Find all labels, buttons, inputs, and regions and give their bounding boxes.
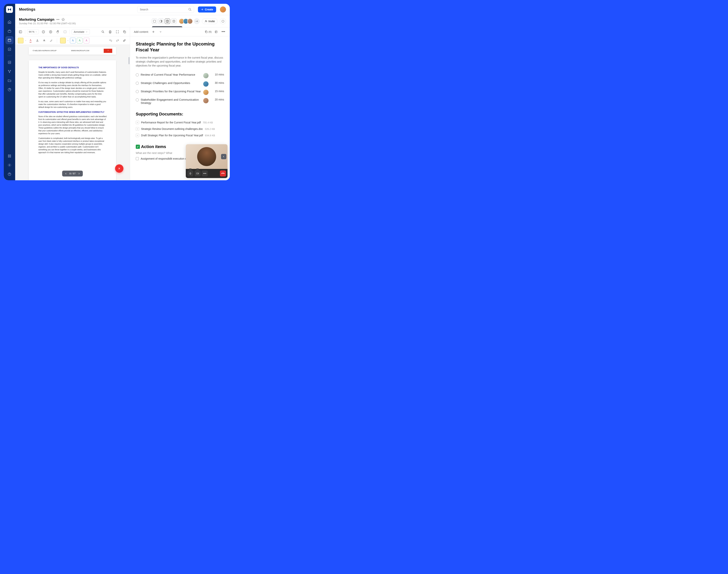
agenda-item[interactable]: Strategic Challenges and Opportunities 3… (136, 80, 224, 88)
annotate-label: Annotate (74, 30, 84, 33)
agenda-item[interactable]: Review of Current Fiscal Year Performanc… (136, 72, 224, 80)
select-area-icon[interactable] (63, 29, 68, 35)
supporting-doc-item[interactable]: ≡ Strategic Review Document outlining ch… (136, 126, 224, 132)
redo-button[interactable] (115, 38, 120, 43)
chevron-left-icon (223, 156, 225, 158)
fill-yellow-button[interactable] (60, 38, 66, 43)
supporting-doc-item[interactable]: ≡ Draft Strategic Plan for the Upcoming … (136, 132, 224, 138)
nav-settings-icon[interactable] (6, 161, 13, 169)
svg-rect-32 (124, 31, 126, 33)
layout-split[interactable] (165, 18, 170, 24)
nav-pie-icon[interactable] (6, 86, 13, 93)
attachments-count-button[interactable]: (6) (205, 29, 211, 35)
prev-page-icon[interactable] (65, 172, 67, 175)
radio-icon[interactable] (136, 82, 139, 85)
video-feed[interactable] (186, 144, 228, 169)
avatar[interactable] (187, 18, 193, 24)
app-logo[interactable] (6, 6, 13, 13)
nav-folder-icon[interactable] (6, 77, 13, 84)
highlight-yellow-button[interactable] (18, 38, 24, 43)
presenter-avatar[interactable] (203, 90, 208, 95)
doc-site: WWW.NNGROUP.COM (71, 49, 89, 52)
hl-pink-button[interactable]: A (84, 38, 89, 43)
zoom-select[interactable]: 94 % (27, 29, 39, 34)
participant-avatars[interactable] (179, 18, 193, 24)
nav-apps-icon[interactable] (6, 152, 13, 160)
close-document-button[interactable] (115, 164, 123, 173)
radio-icon[interactable] (136, 90, 139, 93)
eraser-button[interactable] (122, 38, 127, 43)
nav-calendar-icon[interactable] (6, 36, 13, 44)
template-icon[interactable] (213, 29, 219, 35)
agenda-item[interactable]: Strategic Priorities for the Upcoming Fi… (136, 88, 224, 96)
checkbox-icon[interactable] (136, 157, 139, 160)
undo-button[interactable] (108, 38, 114, 43)
mic-button[interactable] (187, 170, 193, 176)
action-items-label: Action items (141, 144, 166, 149)
nav-checklist-icon[interactable] (6, 45, 13, 53)
zoom-in-button[interactable] (48, 29, 53, 35)
doc-page: THE IMPORTANCE OF GOOD DEFAULTS Despite … (29, 60, 116, 180)
chevron-down-icon[interactable] (67, 40, 69, 42)
presenter-avatar[interactable] (203, 73, 208, 78)
layout-three[interactable] (171, 18, 176, 24)
text-color-button[interactable]: A (28, 38, 33, 43)
svg-rect-1 (8, 39, 11, 42)
presenter-avatar[interactable] (203, 98, 208, 103)
invite-button[interactable]: Invite (202, 18, 218, 24)
agenda-item[interactable]: Stakeholder Engagement and Communication… (136, 96, 224, 106)
doc-paragraph: Despite its benefits, many users don't a… (38, 71, 107, 79)
svg-rect-29 (64, 31, 66, 33)
more-icon[interactable]: ••• (56, 18, 59, 21)
print-icon[interactable] (108, 29, 113, 35)
content-dropdown-icon[interactable] (158, 29, 163, 35)
more-options-icon[interactable]: ••• (221, 29, 226, 35)
radio-icon[interactable] (136, 73, 139, 76)
radio-icon[interactable] (136, 98, 139, 101)
copy-icon[interactable] (122, 29, 127, 35)
supporting-doc-item[interactable]: ≡ Performance Report for the Current Fis… (136, 119, 224, 126)
hl-blue-button[interactable]: A (70, 38, 76, 43)
camera-button[interactable] (195, 170, 201, 176)
nav-workflow-icon[interactable] (6, 68, 13, 75)
collapse-video-button[interactable] (221, 154, 226, 159)
chevron-down-icon[interactable] (25, 40, 27, 42)
nav-chart-icon[interactable] (6, 58, 13, 66)
document-viewport[interactable]: © NIELSEN NORMAN GROUP WWW.NNGROUP.COM 7… (15, 45, 130, 180)
fullscreen-icon[interactable] (115, 29, 120, 35)
end-call-button[interactable] (220, 170, 226, 176)
nav-home-icon[interactable] (6, 18, 13, 26)
scrollbar-thumb[interactable] (128, 57, 129, 64)
more-video-button[interactable]: ••• (202, 170, 208, 176)
nav-briefcase-icon[interactable] (6, 27, 13, 35)
more-avatars-badge[interactable]: +4 (194, 18, 200, 24)
star-icon[interactable] (62, 18, 65, 21)
notes-panel: Add content: (6) ••• (130, 27, 230, 180)
next-page-icon[interactable] (78, 172, 80, 175)
create-label: Create (205, 8, 213, 11)
svg-rect-33 (206, 31, 207, 33)
strikethrough-button[interactable]: A (41, 38, 47, 43)
presenter-avatar[interactable] (203, 81, 208, 87)
document-toolbar: 94 % (15, 27, 130, 36)
create-button[interactable]: Create (198, 6, 216, 12)
doc-paragraph: Customization is complicated, both techn… (38, 137, 107, 154)
chat-button[interactable] (220, 18, 226, 24)
search-doc-icon[interactable] (100, 29, 106, 35)
hl-green-button[interactable]: A (77, 38, 82, 43)
search-input[interactable] (137, 6, 194, 13)
annotate-dropdown[interactable]: Annotate (72, 29, 90, 35)
page-title: Meetings (19, 7, 35, 11)
shape-button[interactable] (48, 38, 54, 43)
search-field[interactable] (140, 8, 188, 11)
layout-single[interactable] (152, 18, 157, 24)
add-content-button[interactable] (151, 29, 156, 35)
zoom-out-button[interactable] (41, 29, 46, 35)
nav-help-icon[interactable] (6, 170, 13, 178)
underline-button[interactable]: A (35, 38, 40, 43)
panel-toggle-icon[interactable] (18, 29, 23, 35)
layout-right[interactable] (158, 18, 164, 24)
pan-icon[interactable] (55, 29, 60, 35)
user-avatar[interactable] (220, 6, 226, 12)
svg-rect-20 (173, 20, 175, 23)
